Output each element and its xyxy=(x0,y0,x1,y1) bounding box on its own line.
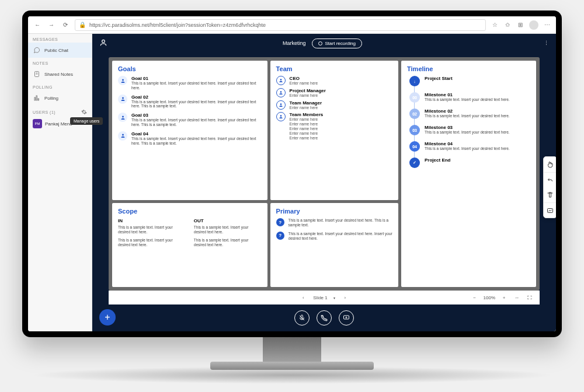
address-bar[interactable]: 🔒 https://vc.paradisolms.net/html5client… xyxy=(75,19,486,31)
undo-tool[interactable] xyxy=(544,172,556,187)
gear-icon[interactable] xyxy=(81,109,87,115)
person-icon xyxy=(118,131,127,141)
team-card: Team CEOEnter name here Project ManagerE… xyxy=(270,61,398,200)
forward-button[interactable]: → xyxy=(47,20,56,30)
main-canvas: Marketing Start recording ⋮ Goals xyxy=(92,34,556,331)
goal-item: Goal 02This is a sample text. Insert you… xyxy=(118,94,262,109)
presentation-slide: Goals Goal 01This is a sample text. Inse… xyxy=(112,61,536,287)
record-button[interactable]: Start recording xyxy=(312,38,362,48)
person-outline-icon xyxy=(276,100,286,110)
polling-heading: POLLING xyxy=(28,82,92,90)
notes-heading: NOTES xyxy=(28,58,92,66)
star-icon[interactable]: ☆ xyxy=(491,21,499,29)
shared-notes-label: Shared Notes xyxy=(44,72,73,77)
timeline-item: 02 Milestone 02This is a sample text. In… xyxy=(409,108,530,119)
fullscreen-button[interactable]: ⛶ xyxy=(526,294,534,302)
primary-text2: This is a sample text. Insert your desir… xyxy=(288,232,392,241)
team-item: Team MembersEnter name hereEnter name he… xyxy=(276,112,392,140)
zoom-in-button[interactable]: + xyxy=(500,294,508,302)
profile-avatar[interactable] xyxy=(529,20,538,30)
timeline-item: 03 Milestone 03This is a sample text. In… xyxy=(409,125,530,135)
prev-slide-button[interactable]: ‹ xyxy=(299,294,307,302)
svg-point-14 xyxy=(280,116,281,117)
timeline-card: Timeline ↓ Project Start 00 Milestone 01… xyxy=(401,61,536,287)
goal-item: Goal 04This is a sample text. Insert you… xyxy=(118,131,262,146)
presentation-title: Marketing xyxy=(283,40,306,46)
share-screen-button[interactable] xyxy=(339,310,354,326)
primary-card: Primary ?This is a sample text. Insert y… xyxy=(270,203,398,287)
menu-icon[interactable]: ⋯ xyxy=(543,21,551,29)
back-button[interactable]: ← xyxy=(33,20,42,30)
svg-rect-5 xyxy=(38,99,39,100)
question-icon: ? xyxy=(276,232,284,240)
svg-point-13 xyxy=(280,103,281,105)
team-item: Team ManagerEnter name here xyxy=(276,100,392,110)
audio-button[interactable] xyxy=(317,310,332,326)
timeline-item: 00 Milestone 01This is a sample text. In… xyxy=(409,92,530,103)
refresh-button[interactable]: ⟳ xyxy=(61,20,70,30)
person-icon xyxy=(118,76,127,85)
scope-out-text1: This is a sample text. Insert your desir… xyxy=(194,225,262,235)
scope-in-heading: IN xyxy=(118,218,186,223)
actions-fab[interactable]: + xyxy=(99,309,116,326)
next-slide-button[interactable]: › xyxy=(341,294,349,302)
timeline-item: ↓ Project Start xyxy=(409,76,530,86)
shared-notes-item[interactable]: Shared Notes xyxy=(28,66,92,82)
record-icon xyxy=(318,41,322,46)
question-icon: ? xyxy=(276,218,284,226)
manage-users-tooltip: Manage users xyxy=(70,117,103,125)
notes-icon xyxy=(33,70,41,78)
timeline-dot: ✓ xyxy=(409,158,420,168)
polling-item[interactable]: Polling xyxy=(28,90,92,106)
svg-point-11 xyxy=(280,79,281,80)
person-icon xyxy=(118,113,127,122)
svg-point-12 xyxy=(280,91,281,93)
favorites-icon[interactable]: ✩ xyxy=(503,21,512,29)
user-list-toggle[interactable] xyxy=(99,38,107,48)
primary-heading: Primary xyxy=(276,208,392,215)
messages-heading: MESSAGES xyxy=(28,34,92,43)
mute-button[interactable] xyxy=(294,310,310,326)
timeline-dot: 03 xyxy=(409,125,420,135)
scope-in-text1: This is a sample text. Insert your desir… xyxy=(118,225,186,235)
delete-tool[interactable] xyxy=(544,187,556,202)
goals-heading: Goals xyxy=(118,65,262,72)
primary-text1: This is a sample text. Insert your desir… xyxy=(288,218,392,228)
collections-icon[interactable]: ⊞ xyxy=(516,21,524,29)
user-row[interactable]: PM Pankaj Meno Manage users xyxy=(28,116,92,131)
team-heading: Team xyxy=(276,65,392,72)
fit-width-button[interactable]: ↔ xyxy=(513,294,521,302)
slide-controls: ‹ Slide 1 ▾ › − 100% + ↔ ⛶ xyxy=(109,290,540,304)
polling-label: Polling xyxy=(44,96,58,101)
scope-out-heading: OUT xyxy=(194,218,262,223)
options-menu[interactable]: ⋮ xyxy=(537,40,549,46)
whiteboard-tools xyxy=(543,156,556,218)
timeline-dot: 02 xyxy=(409,108,420,119)
person-outline-icon xyxy=(276,112,286,121)
public-chat-item[interactable]: Public Chat xyxy=(28,43,92,58)
hand-tool[interactable] xyxy=(544,157,556,172)
slide-indicator[interactable]: Slide 1 xyxy=(313,295,327,300)
timeline-heading: Timeline xyxy=(407,65,530,72)
team-item: Project ManagerEnter name here xyxy=(276,88,392,98)
user-name: Pankaj Meno xyxy=(45,121,72,127)
svg-rect-3 xyxy=(34,97,36,100)
users-heading: USERS (1) xyxy=(33,110,55,114)
multi-user-whiteboard[interactable] xyxy=(544,202,556,218)
url-text: https://vc.paradisolms.net/html5client/j… xyxy=(89,22,266,28)
scope-in-text2: This is a sample text. Insert your desir… xyxy=(118,238,186,247)
svg-point-10 xyxy=(122,134,124,136)
zoom-out-button[interactable]: − xyxy=(471,294,479,302)
person-outline-icon xyxy=(276,76,286,85)
timeline-dot: 00 xyxy=(409,92,420,103)
timeline-dot: 04 xyxy=(409,141,420,152)
scope-card: Scope IN This is a sample text. Insert y… xyxy=(112,203,267,287)
person-outline-icon xyxy=(276,88,286,97)
chat-icon xyxy=(33,46,41,54)
svg-rect-4 xyxy=(36,96,37,100)
scope-out-text2: This is a sample text. Insert your desir… xyxy=(194,238,262,247)
public-chat-label: Public Chat xyxy=(44,48,68,53)
user-avatar: PM xyxy=(33,119,42,128)
lock-icon: 🔒 xyxy=(79,22,86,28)
goal-item: Goal 03This is a sample text. Insert you… xyxy=(118,113,262,127)
